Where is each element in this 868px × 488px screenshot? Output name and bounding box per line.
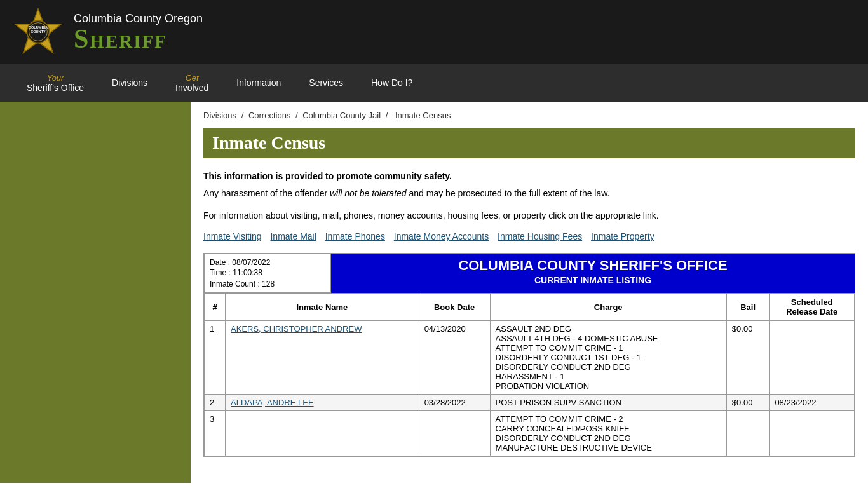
- nav-item-services[interactable]: Services: [295, 64, 357, 102]
- listing-type: CURRENT INMATE LISTING: [335, 275, 851, 285]
- cell-release-date: [770, 321, 855, 395]
- table-time: Time : 11:00:38: [210, 268, 325, 277]
- sidebar: [0, 102, 191, 483]
- table-header: # Inmate Name Book Date Charge Bail Sche…: [205, 294, 855, 321]
- col-book-date: Book Date: [419, 294, 490, 321]
- cell-book-date: 04/13/2020: [419, 321, 490, 395]
- svg-text:COUNTY: COUNTY: [31, 30, 46, 34]
- breadcrumb-sep-3: /: [386, 111, 388, 120]
- sheriff-badge-logo: COLUMBIA COUNTY: [13, 6, 64, 57]
- nav-item-divisions[interactable]: Divisions: [98, 64, 161, 102]
- link-inmate-visiting[interactable]: Inmate Visiting: [203, 231, 262, 241]
- link-inmate-mail[interactable]: Inmate Mail: [270, 231, 316, 241]
- link-inmate-money-accounts[interactable]: Inmate Money Accounts: [394, 231, 489, 241]
- info-links-row: Inmate Visiting Inmate Mail Inmate Phone…: [203, 231, 855, 241]
- col-release-date: ScheduledRelease Date: [770, 294, 855, 321]
- nav-bottom-label-0: Sheriff's Office: [27, 83, 84, 93]
- info-link-text: For information about visiting, mail, ph…: [203, 209, 855, 222]
- cell-number: 1: [205, 321, 226, 395]
- table-meta-block: Date : 08/07/2022 Time : 11:00:38 Inmate…: [204, 254, 331, 293]
- breadcrumb-current: Inmate Census: [395, 111, 451, 120]
- table-row: 2 ALDAPA, ANDRE LEE 03/28/2022 POST PRIS…: [205, 395, 855, 411]
- link-inmate-phones[interactable]: Inmate Phones: [325, 231, 385, 241]
- breadcrumb-link-divisions[interactable]: Divisions: [203, 111, 236, 120]
- info-regular: Any harassment of the offender will not …: [203, 187, 855, 200]
- nav-bottom-label-3: Information: [236, 78, 281, 88]
- cell-release-date: [770, 411, 855, 456]
- cell-charge: POST PRISON SUPV SANCTION: [490, 395, 726, 411]
- page-title-bar: Inmate Census: [203, 128, 855, 158]
- nav-bottom-label-2: Involved: [175, 83, 208, 93]
- info-link-description: For information about visiting, mail, ph…: [203, 209, 855, 222]
- cell-name[interactable]: ALDAPA, ANDRE LEE: [226, 395, 419, 411]
- breadcrumb-sep-1: /: [241, 111, 244, 120]
- header-title-text: Sheriff: [74, 24, 167, 53]
- breadcrumb-sep-2: /: [295, 111, 298, 120]
- inmate-table-wrapper: Date : 08/07/2022 Time : 11:00:38 Inmate…: [203, 253, 855, 457]
- agency-name: COLUMBIA COUNTY SHERIFF'S OFFICE: [335, 257, 851, 274]
- cell-charge: ASSAULT 2ND DEGASSAULT 4TH DEG - 4 DOMES…: [490, 321, 726, 395]
- cell-bail: $0.00: [726, 395, 770, 411]
- cell-book-date: [419, 411, 490, 456]
- col-charge: Charge: [490, 294, 726, 321]
- table-row: 3 ATTEMPT TO COMMIT CRIME - 2CARRY CONCE…: [205, 411, 855, 456]
- header-text-block: Columbia County Oregon Sheriff: [74, 12, 203, 52]
- table-title-block: COLUMBIA COUNTY SHERIFF'S OFFICE CURRENT…: [331, 254, 855, 293]
- table-row: 1 AKERS, CHRISTOPHER ANDREW 04/13/2020 A…: [205, 321, 855, 395]
- table-date: Date : 08/07/2022: [210, 258, 325, 267]
- main-nav: Your Sheriff's Office Divisions Get Invo…: [0, 64, 868, 102]
- cell-charge: ATTEMPT TO COMMIT CRIME - 2CARRY CONCEAL…: [490, 411, 726, 456]
- nav-bottom-label-4: Services: [309, 78, 343, 88]
- nav-item-information[interactable]: Information: [222, 64, 295, 102]
- nav-bottom-label-1: Divisions: [112, 78, 147, 88]
- inmate-name-link[interactable]: ALDAPA, ANDRE LEE: [231, 398, 314, 407]
- inmate-data-table: # Inmate Name Book Date Charge Bail Sche…: [204, 293, 855, 456]
- nav-item-sheriffs-office[interactable]: Your Sheriff's Office: [13, 64, 98, 102]
- cell-book-date: 03/28/2022: [419, 395, 490, 411]
- col-name: Inmate Name: [226, 294, 419, 321]
- table-header-row: Date : 08/07/2022 Time : 11:00:38 Inmate…: [204, 254, 855, 293]
- nav-top-label-0: Your: [47, 73, 64, 83]
- table-count: Inmate Count : 128: [210, 280, 325, 288]
- cell-release-date: 08/23/2022: [770, 395, 855, 411]
- header-subtitle: Columbia County Oregon: [74, 12, 203, 25]
- col-bail: Bail: [726, 294, 770, 321]
- cell-bail: [726, 411, 770, 456]
- cell-number: 3: [205, 411, 226, 456]
- page-title: Inmate Census: [212, 133, 846, 153]
- page-layout: Divisions / Corrections / Columbia Count…: [0, 102, 868, 483]
- cell-number: 2: [205, 395, 226, 411]
- header-title: Sheriff: [74, 25, 203, 52]
- nav-top-label-2: Get: [186, 73, 199, 83]
- cell-bail: $0.00: [726, 321, 770, 395]
- breadcrumb-link-corrections[interactable]: Corrections: [248, 111, 290, 120]
- col-number: #: [205, 294, 226, 321]
- nav-bottom-label-5: How Do I?: [371, 78, 412, 88]
- page-header: COLUMBIA COUNTY Columbia County Oregon S…: [0, 0, 868, 64]
- breadcrumb-link-jail[interactable]: Columbia County Jail: [302, 111, 381, 120]
- main-content: Divisions / Corrections / Columbia Count…: [191, 102, 868, 483]
- svg-text:COLUMBIA: COLUMBIA: [29, 25, 48, 29]
- inmate-name-link[interactable]: AKERS, CHRISTOPHER ANDREW: [231, 324, 362, 334]
- cell-name[interactable]: [226, 411, 419, 456]
- link-inmate-property[interactable]: Inmate Property: [591, 231, 654, 241]
- breadcrumb: Divisions / Corrections / Columbia Count…: [203, 108, 855, 123]
- info-notice: This information is provided to promote …: [203, 170, 855, 200]
- info-bold: This information is provided to promote …: [203, 170, 855, 183]
- link-inmate-housing-fees[interactable]: Inmate Housing Fees: [498, 231, 582, 241]
- cell-name[interactable]: AKERS, CHRISTOPHER ANDREW: [226, 321, 419, 395]
- nav-item-how-do-i[interactable]: How Do I?: [357, 64, 426, 102]
- nav-item-get-involved[interactable]: Get Involved: [161, 64, 222, 102]
